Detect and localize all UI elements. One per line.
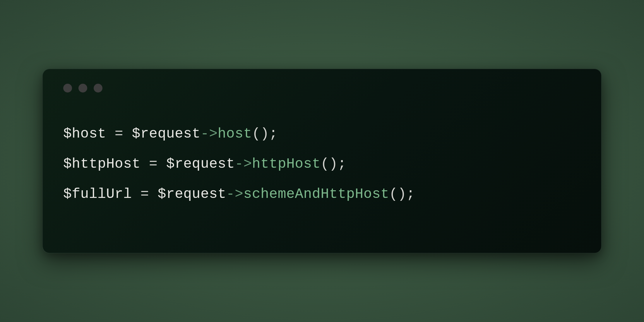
code-token-semicolon: ; <box>406 186 415 202</box>
code-token-space <box>149 186 157 202</box>
code-line: $host = $request->host(); <box>63 119 581 149</box>
code-token-variable: $httpHost <box>63 156 141 172</box>
code-token-method: httpHost <box>252 156 321 172</box>
code-token-space <box>106 126 115 142</box>
code-token-space <box>123 126 132 142</box>
traffic-light-minimize-icon[interactable] <box>78 84 87 93</box>
code-token-paren: () <box>321 156 338 172</box>
code-token-variable: $request <box>157 186 226 202</box>
code-token-method: schemeAndHttpHost <box>243 186 389 202</box>
code-line: $fullUrl = $request->schemeAndHttpHost()… <box>63 179 581 209</box>
traffic-light-close-icon[interactable] <box>63 84 72 93</box>
code-token-arrow: -> <box>201 126 218 142</box>
code-token-variable: $host <box>63 126 106 142</box>
code-token-variable: $fullUrl <box>63 186 132 202</box>
code-token-semicolon: ; <box>269 126 278 142</box>
code-token-arrow: -> <box>226 186 244 202</box>
code-line: $httpHost = $request->httpHost(); <box>63 149 581 179</box>
code-token-operator: = <box>141 186 149 202</box>
code-token-operator: = <box>149 156 157 172</box>
code-token-operator: = <box>115 126 123 142</box>
code-window: $host = $request->host();$httpHost = $re… <box>42 69 602 253</box>
traffic-light-maximize-icon[interactable] <box>94 84 102 93</box>
code-token-space <box>141 156 149 172</box>
code-token-arrow: -> <box>235 156 252 172</box>
code-token-variable: $request <box>166 156 235 172</box>
code-token-paren: () <box>389 186 407 202</box>
code-token-paren: () <box>252 126 269 142</box>
traffic-lights <box>63 84 581 93</box>
code-token-variable: $request <box>132 126 200 142</box>
code-content: $host = $request->host();$httpHost = $re… <box>63 119 581 210</box>
code-token-method: host <box>218 126 252 142</box>
code-token-semicolon: ; <box>338 156 346 172</box>
code-token-space <box>132 186 140 202</box>
code-token-space <box>157 156 166 172</box>
